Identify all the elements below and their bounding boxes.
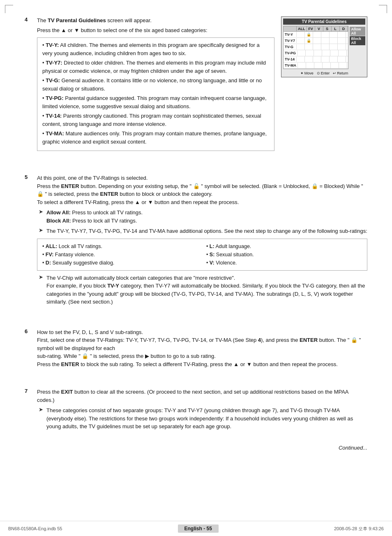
tv-cell-tvpg-fv <box>306 50 314 56</box>
tv-cell-tvy7-d <box>338 38 346 44</box>
return-icon: ↩ <box>333 71 336 75</box>
block-all-button[interactable]: Block All <box>350 36 366 45</box>
rating-s: • S: Sexual situation. <box>206 251 362 259</box>
page-label: English - 55 <box>178 524 219 533</box>
rating-l: • L: Adult language. <box>206 242 362 251</box>
step-5-arrow-allow: ➤ Allow All: Press to unlock all TV rati… <box>37 209 367 225</box>
tv-guidelines-title: TV Parental Guidelines <box>283 19 365 25</box>
return-label: Return <box>337 71 348 75</box>
bullet-tvy7: • TV-Y7: Directed to older children. The… <box>42 59 269 75</box>
step-4-sub: Press the ▲ or ▼ button to select one of… <box>37 26 274 35</box>
tv-cell-tvg-v <box>313 44 321 50</box>
tv-parental-guidelines-diagram: TV Parental Guidelines ALL FV V S L <box>281 16 367 154</box>
tv-cell-tvpg-d <box>339 50 347 56</box>
tv-cell-tvy7-fv: 🔒 <box>305 38 313 44</box>
tv-guidelines-box: TV Parental Guidelines ALL FV V S L <box>281 16 367 77</box>
sub-ratings-col1: • ALL: Lock all TV ratings. • FV: Fantas… <box>42 242 198 267</box>
tv-cell-tvg-d <box>338 44 346 50</box>
tv-row-label-tvy7: TV-Y7 <box>284 38 297 43</box>
tv-cell-tvy7-l <box>330 38 338 44</box>
tv-grid-row-tvpg: TV-PG <box>284 50 348 56</box>
tv-grid-header-d: D <box>340 26 348 31</box>
step-5-arrow-vchip: ➤ The V-Chip will automatically block ce… <box>37 274 367 306</box>
tv-cell-tvma-fv <box>306 63 314 68</box>
tv-cell-tvma-s <box>323 63 331 68</box>
bullet-tvg: • TV-G: General audience. It contains li… <box>42 77 269 93</box>
arrow-content-options: The TV-Y, TV-Y7, TV-G, TV-PG, TV-14 and … <box>46 227 367 235</box>
tv-grid-row-tvy7: TV-Y7 🔒 <box>284 38 348 44</box>
bullet-tv14: • TV-14: Parents strongly cautioned. Thi… <box>42 112 269 128</box>
tv-cell-tvy-d <box>338 32 346 37</box>
sub-ratings-box: • ALL: Lock all TV ratings. • FV: Fantas… <box>37 239 367 271</box>
step-6-line4: Press the ENTER to block the sub rating.… <box>37 360 367 369</box>
step-6-content: How to set the FV, D, L, S and V sub-rat… <box>37 328 367 369</box>
tv-row-label-tvg: TV-G <box>284 44 297 49</box>
step-6: 6 How to set the FV, D, L, S and V sub-r… <box>25 328 367 369</box>
tv-cell-tv14-fv <box>305 56 313 62</box>
tv-cell-tvy-l <box>330 32 338 37</box>
tv-cell-tvma-l <box>331 63 339 68</box>
step-7-number: 7 <box>25 388 33 433</box>
tv-cell-tvma-d <box>339 63 347 68</box>
tv-cell-tvpg-all <box>297 50 306 56</box>
tv-grid-body: TV-Y 🔒 TV-Y7 <box>284 32 348 69</box>
rating-v: • V: Violence. <box>206 259 362 267</box>
step-4-info-box: • TV-Y: All children. The themes and ele… <box>37 37 274 151</box>
corner-mark-tl <box>5 5 13 13</box>
arrow-icon-step7: ➤ <box>39 406 43 431</box>
tv-cell-tv14-d <box>338 56 346 62</box>
tv-grid-header-v: V <box>315 26 323 31</box>
tv-cell-tv14-all <box>297 56 305 62</box>
tv-cell-tvy7-all <box>297 38 305 44</box>
step-5-number: 5 <box>25 174 33 309</box>
bullet-tvy: • TV-Y: All children. The themes and ele… <box>42 41 269 57</box>
move-icon: ✦ <box>300 71 304 75</box>
arrow-icon-allow: ➤ <box>39 209 43 225</box>
step-4-text: The TV Parental Guidelines screen will a… <box>37 16 274 154</box>
arrow-content-step7: These categories consist of two separate… <box>46 406 367 431</box>
tv-row-label-tvpg: TV-PG <box>284 51 297 56</box>
step-4: 4 The TV Parental Guidelines screen will… <box>25 16 367 154</box>
step-6-number: 6 <box>25 328 33 369</box>
step-7-intro: Press the EXIT button to clear all the s… <box>37 388 367 404</box>
arrow-icon-vchip: ➤ <box>39 274 43 306</box>
tv-grid-row-tv14: TV-14 <box>284 56 348 63</box>
tv-cell-tvma-v <box>314 63 323 68</box>
allow-all-button[interactable]: Allow All <box>350 27 366 36</box>
tv-cell-tvpg-v <box>314 50 322 56</box>
step-7-arrow: ➤ These categories consist of two separa… <box>37 406 367 431</box>
tv-cell-tvy7-v <box>313 38 321 44</box>
tv-grid-header-l: L <box>332 26 340 31</box>
tv-cell-tvy-v <box>313 32 321 37</box>
tv-cell-tvma-all <box>298 63 306 68</box>
rating-fv: • FV: Fantasy violence. <box>42 251 198 259</box>
step-5: 5 At this point, one of the TV-Ratings i… <box>25 174 367 309</box>
tv-grid-row-tvy: TV-Y 🔒 <box>284 32 348 38</box>
arrow-icon-options: ➤ <box>39 227 43 235</box>
step-4-content: The TV Parental Guidelines screen will a… <box>37 16 367 154</box>
tv-cell-tv14-l <box>330 56 338 62</box>
step-6-line1: How to set the FV, D, L, S and V sub-rat… <box>37 328 367 336</box>
step-4-number: 4 <box>25 16 33 154</box>
tv-row-label-tvma: TV-MA <box>284 63 298 68</box>
tv-nav-move: ✦ Move <box>300 71 314 75</box>
tv-cell-tvy-fv: 🔒 <box>305 32 313 37</box>
enter-label: Enter <box>321 71 330 75</box>
arrow-content-allow: Allow All: Press to unlock all TV rating… <box>46 209 367 225</box>
rating-d: • D: Sexually suggestive dialog. <box>42 259 198 267</box>
step-4-intro: The TV Parental Guidelines screen will a… <box>37 16 274 25</box>
step-7: 7 Press the EXIT button to clear all the… <box>25 388 367 433</box>
tv-cell-tvg-s <box>321 44 330 50</box>
tv-grid-header-all: ALL <box>297 26 307 31</box>
sub-ratings-col2: • L: Adult language. • S: Sexual situati… <box>206 242 362 267</box>
tv-nav-return: ↩ Return <box>333 71 348 75</box>
tv-cell-tvy-all <box>297 32 305 37</box>
step-5-para1: Press the ENTER button. Depending on you… <box>37 182 367 198</box>
vchip-para2: For example, if you block TV-Y category,… <box>46 282 367 306</box>
move-label: Move <box>304 71 314 75</box>
tv-cell-tvg-all <box>297 44 305 50</box>
step-5-content: At this point, one of the TV-Ratings is … <box>37 174 367 309</box>
bottom-bar: BN68-01580A-Eng.indb 55 English - 55 200… <box>0 521 392 536</box>
arrow-content-vchip: The V-Chip will automatically block cert… <box>46 274 367 306</box>
rating-all: • ALL: Lock all TV ratings. <box>42 242 198 251</box>
